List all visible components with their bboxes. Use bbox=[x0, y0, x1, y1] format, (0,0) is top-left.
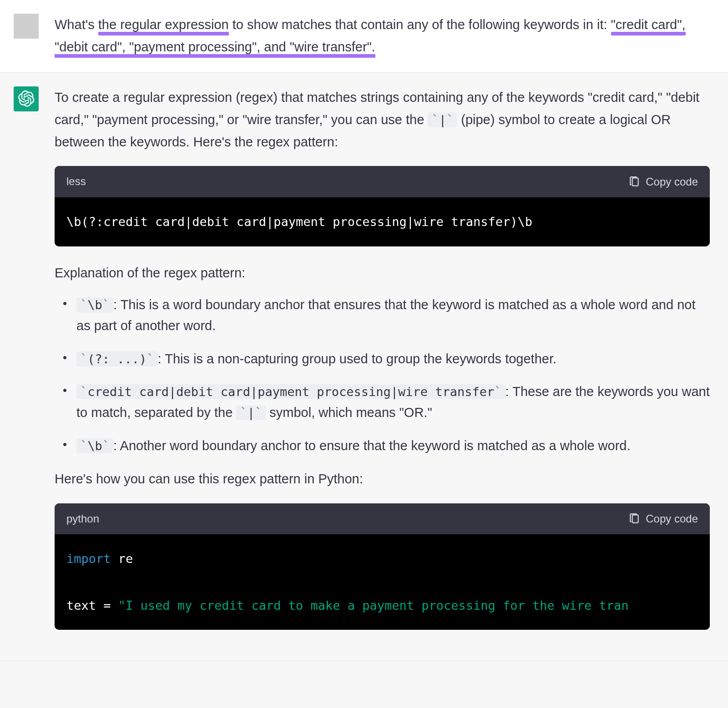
copy-label: Copy code bbox=[646, 176, 698, 188]
inline-code: `(?: ...)` bbox=[76, 351, 158, 367]
pipe-symbol: | bbox=[439, 113, 446, 127]
inline-code: `\b` bbox=[76, 438, 113, 453]
inline-code-pipe: `|` bbox=[428, 112, 457, 127]
svg-rect-0 bbox=[632, 178, 638, 186]
list-item: `\b`: Another word boundary anchor to en… bbox=[63, 435, 710, 456]
code-text: \b bbox=[87, 439, 102, 453]
user-q-p1: What's bbox=[55, 17, 98, 32]
token-plain: re bbox=[111, 552, 133, 566]
list-item: `(?: ...)`: This is a non-capturing grou… bbox=[63, 348, 710, 369]
assistant-message: To create a regular expression (regex) t… bbox=[0, 73, 728, 662]
clipboard-icon bbox=[628, 513, 640, 525]
list-item: `credit card|debit card|payment processi… bbox=[63, 381, 710, 423]
copy-code-button[interactable]: Copy code bbox=[628, 176, 698, 188]
code-text: (?: ...) bbox=[87, 352, 147, 366]
user-q-underline-1: the regular expression bbox=[98, 17, 229, 35]
code-body-python[interactable]: import re text = "I used my credit card … bbox=[55, 534, 710, 630]
pipe-symbol: | bbox=[248, 406, 255, 420]
assistant-intro: To create a regular expression (regex) t… bbox=[55, 86, 710, 154]
list-item: `\b`: This is a word boundary anchor tha… bbox=[63, 294, 710, 336]
openai-logo-icon bbox=[18, 90, 35, 107]
inline-code: `credit card|debit card|payment processi… bbox=[76, 384, 506, 399]
code-text: credit card|debit card|payment processin… bbox=[87, 385, 494, 399]
code-block-regex: less Copy code \b(?:credit card|debit ca… bbox=[55, 166, 710, 246]
explanation-list: `\b`: This is a word boundary anchor tha… bbox=[55, 294, 710, 456]
svg-rect-1 bbox=[632, 515, 638, 522]
copy-label: Copy code bbox=[646, 512, 698, 525]
token-string: "I used my credit card to make a payment… bbox=[118, 598, 629, 613]
assistant-avatar bbox=[14, 86, 39, 111]
copy-code-button[interactable]: Copy code bbox=[628, 512, 698, 525]
user-q-p2: to show matches that contain any of the … bbox=[229, 17, 611, 32]
code-block-python: python Copy code import re text = "I use… bbox=[55, 503, 710, 630]
bullet-text-b: symbol, which means "OR." bbox=[266, 405, 432, 420]
token-keyword: import bbox=[66, 552, 111, 566]
code-lang-label: python bbox=[66, 510, 99, 528]
code-body-regex[interactable]: \b(?:credit card|debit card|payment proc… bbox=[55, 197, 710, 246]
user-text: What's the regular expression to show ma… bbox=[55, 14, 710, 59]
inline-code: `\b` bbox=[76, 297, 113, 312]
code-header: less Copy code bbox=[55, 166, 710, 197]
token-plain: text = bbox=[66, 598, 118, 613]
assistant-content: To create a regular expression (regex) t… bbox=[55, 86, 710, 643]
bullet-text: : Another word boundary anchor to ensure… bbox=[113, 438, 630, 453]
user-message: What's the regular expression to show ma… bbox=[0, 0, 728, 73]
bullet-text: : This is a word boundary anchor that en… bbox=[76, 297, 695, 333]
clipboard-icon bbox=[628, 176, 640, 188]
code-lang-label: less bbox=[66, 172, 86, 191]
inline-code-pipe: `|` bbox=[236, 405, 266, 420]
code-header: python Copy code bbox=[55, 503, 710, 535]
user-avatar bbox=[14, 14, 39, 39]
bullet-text: : This is a non-capturing group used to … bbox=[158, 351, 556, 366]
usage-intro: Here's how you can use this regex patter… bbox=[55, 468, 710, 490]
explanation-heading: Explanation of the regex pattern: bbox=[55, 262, 710, 284]
code-text: \b bbox=[87, 298, 102, 312]
